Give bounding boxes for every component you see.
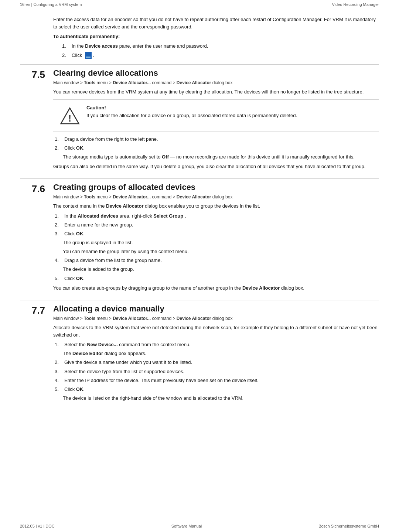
step-76-3-note-a: The group is displayed in the list. [63,239,379,246]
caution-triangle-icon: ! [60,106,80,126]
step-77-4: 4. Enter the IP address for the device. … [53,377,379,384]
intro-paragraph: Enter the access data for an encoder so … [53,16,379,59]
step-77-3: 3. Select the device type from the list … [53,368,379,375]
step-75-2: 2. Click OK. [53,144,379,152]
divider-2 [20,178,379,179]
step-75-1: 1. Drag a device from the right to the l… [53,136,379,143]
save-icon [85,52,92,59]
header-right: Video Recording Manager [332,2,379,7]
svg-text:!: ! [68,113,71,123]
section-75-steps: 1. Drag a device from the right to the l… [53,136,379,161]
section-76-path: Main window > Tools menu > Device Alloca… [53,194,379,200]
header-left: 16 en | Configuring a VRM system [20,2,82,7]
step-76-2: 2. Enter a name for the new group. [53,221,379,229]
caution-content: Caution! If you clear the allocation for… [86,105,379,119]
page-content: Enter the access data for an encoder so … [0,9,399,520]
divider-3 [20,300,379,300]
page: 16 en | Configuring a VRM system Video R… [0,0,399,532]
section-76-number: 7.6 [20,183,53,195]
section-75-trailing: Groups can also be deleted in the same w… [53,163,379,170]
intro-step2: 2. Click . [61,52,379,59]
section-76-body: Creating groups of allocated devices Mai… [53,183,379,294]
step-77-5-note: The device is listed on the right-hand s… [63,395,379,402]
section-76-steps: 1. In the Allocated devices area, right-… [53,212,379,282]
intro-text: Enter the access data for an encoder so … [53,16,379,31]
step-76-4-note: The device is added to the group. [63,266,379,273]
caution-title: Caution! [86,105,379,110]
step-76-3-note-b: You can rename the group later by using … [63,248,379,255]
caution-box: ! Caution! If you clear the allocation f… [53,99,379,132]
step-76-3: 3. Click OK. [53,230,379,238]
intro-bold-label: To authenticate permanently: [53,33,379,40]
section-75-path: Main window > Tools menu > Device Alloca… [53,79,379,86]
section-77: 7.7 Allocating a device manually Main wi… [20,304,379,404]
intro-step1: 1. In the Device access pane, enter the … [61,42,379,50]
step-75-2-note: The storage media type is automatically … [63,153,379,161]
section-75: 7.5 Clearing device allocations Main win… [20,68,379,174]
section-76-desc: The context menu in the Device Allocator… [53,202,379,210]
step-76-1: 1. In the Allocated devices area, right-… [53,212,379,220]
section-77-desc: Allocate devices to the VRM system that … [53,324,379,339]
step-77-1-note: The Device Editor dialog box appears. [63,350,379,357]
footer-right: Bosch Sicherheitssysteme GmbH [318,524,379,528]
section-76-trailing: You can also create sub-groups by draggi… [53,284,379,292]
divider-1 [20,64,379,65]
step-77-5: 5. Click OK. [53,386,379,393]
step-77-2: 2. Give the device a name under which yo… [53,359,379,366]
section-77-title: Allocating a device manually [53,304,379,314]
section-75-desc: You can remove devices from the VRM syst… [53,88,379,96]
footer-left: 2012.05 | v1 | DOC [20,524,55,528]
intro-steps: 1. In the Device access pane, enter the … [61,42,379,59]
page-header: 16 en | Configuring a VRM system Video R… [0,0,399,9]
section-76-title: Creating groups of allocated devices [53,183,379,192]
footer-center: Software Manual [171,524,202,528]
section-77-body: Allocating a device manually Main window… [53,304,379,404]
section-77-number: 7.7 [20,304,53,316]
section-75-body: Clearing device allocations Main window … [53,68,379,174]
page-footer: 2012.05 | v1 | DOC Software Manual Bosch… [0,520,399,532]
step-76-4: 4. Drag a device from the list to the gr… [53,257,379,264]
step-76-5: 5. Click OK. [53,275,379,282]
section-77-path: Main window > Tools menu > Device Alloca… [53,315,379,322]
section-77-steps: 1. Select the New Device... command from… [53,341,379,402]
section-75-title: Clearing device allocations [53,68,379,78]
caution-icon-area: ! [53,105,86,126]
section-76: 7.6 Creating groups of allocated devices… [20,183,379,294]
step-77-1: 1. Select the New Device... command from… [53,341,379,348]
caution-text: If you clear the allocation for a device… [86,112,379,119]
section-75-number: 7.5 [20,68,53,81]
